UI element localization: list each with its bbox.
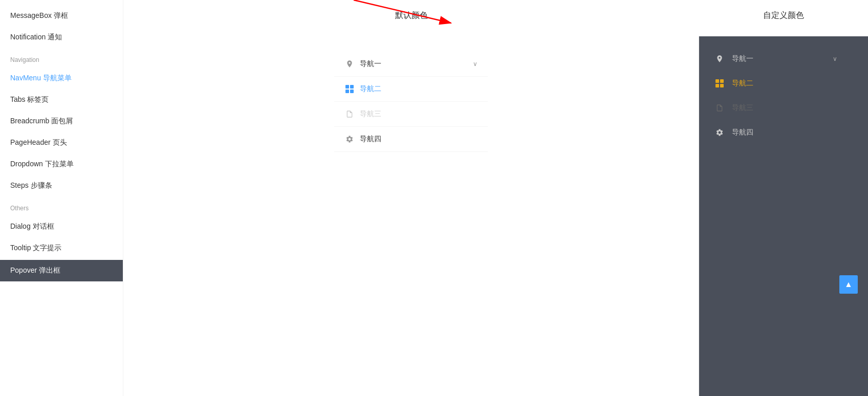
grid-icon-custom: [714, 78, 725, 89]
grid-icon: [344, 84, 355, 94]
demo-area: 导航一 ∨ 导航二: [123, 36, 868, 396]
nav-item-3-default: 导航三: [334, 102, 488, 127]
section-label: Others: [10, 205, 29, 212]
nav-menu-custom: 导航一 ∨ 导航二: [699, 47, 853, 145]
nav-label: 导航四: [732, 128, 837, 137]
nav-label: 导航一: [360, 59, 473, 69]
sidebar-item-label: Breadcrumb 面包屑: [10, 117, 73, 125]
chevron-down-icon: ∨: [833, 55, 837, 62]
sidebar-item-label: PageHeader 页头: [10, 138, 67, 146]
sidebar-item-label: Dialog 对话框: [10, 222, 54, 230]
file-icon: [344, 109, 355, 119]
nav-item-3-custom: 导航三: [699, 96, 853, 120]
nav-menu-default: 导航一 ∨ 导航二: [334, 52, 488, 152]
nav-item-1-custom[interactable]: 导航一 ∨: [699, 47, 853, 71]
nav-item-1-default[interactable]: 导航一 ∨: [334, 52, 488, 77]
sidebar-item-label: NavMenu 导航菜单: [10, 74, 72, 82]
chevron-down-icon: ∨: [473, 60, 478, 68]
nav-label: 导航二: [360, 84, 478, 94]
sidebar-item-label: Tabs 标签页: [10, 95, 49, 103]
nav-item-2-default[interactable]: 导航二: [334, 77, 488, 102]
sidebar-item-popover[interactable]: Popover 弹出框: [0, 260, 123, 281]
sidebar-item-navmenu[interactable]: NavMenu 导航菜单: [0, 68, 123, 89]
nav-label: 导航三: [732, 103, 837, 113]
custom-color-title: 自定义颜色: [699, 10, 868, 21]
file-icon-custom: [714, 103, 725, 113]
location-icon-custom: [714, 54, 725, 64]
panel-default: 导航一 ∨ 导航二: [123, 36, 699, 396]
location-icon: [344, 59, 355, 69]
nav-item-2-custom[interactable]: 导航二: [699, 71, 853, 96]
sidebar-item-tooltip[interactable]: Tooltip 文字提示: [0, 237, 123, 259]
settings-icon-custom: [714, 127, 725, 138]
panel-custom: 导航一 ∨ 导航二: [699, 36, 868, 396]
nav-label: 导航三: [360, 109, 478, 119]
section-label: Navigation: [10, 56, 39, 63]
nav-item-4-custom[interactable]: 导航四: [699, 120, 853, 145]
sidebar-item-dialog[interactable]: Dialog 对话框: [0, 216, 123, 237]
nav-item-4-default[interactable]: 导航四: [334, 127, 488, 152]
sidebar-item-label: Tooltip 文字提示: [10, 244, 61, 252]
sidebar-item-label: MessageBox 弹框: [10, 11, 68, 19]
sidebar-item-label: Notification 通知: [10, 33, 62, 41]
sidebar-item[interactable]: MessageBox 弹框: [0, 5, 123, 27]
sidebar-item-label: Steps 步骤条: [10, 181, 52, 189]
scroll-to-top-button[interactable]: ▲: [839, 275, 858, 294]
sidebar-item-label: Popover 弹出框: [10, 266, 60, 274]
sidebar-section-others: Others: [0, 196, 123, 216]
sidebar-item-steps[interactable]: Steps 步骤条: [0, 175, 123, 196]
sidebar-section-navigation: Navigation: [0, 48, 123, 68]
default-color-title: 默认颜色: [123, 10, 699, 21]
nav-label: 导航四: [360, 135, 478, 144]
settings-icon: [344, 134, 355, 144]
sidebar-item-breadcrumb[interactable]: Breadcrumb 面包屑: [0, 111, 123, 132]
sidebar-item-pageheader[interactable]: PageHeader 页头: [0, 132, 123, 153]
nav-label: 导航一: [732, 54, 833, 63]
sidebar-item-tabs[interactable]: Tabs 标签页: [0, 89, 123, 111]
nav-label: 导航二: [732, 79, 837, 88]
panel-header-row: 默认颜色 自定义颜色: [123, 0, 868, 36]
sidebar-item[interactable]: Notification 通知: [0, 27, 123, 48]
sidebar-item-dropdown[interactable]: Dropdown 下拉菜单: [0, 153, 123, 175]
main-content: 默认颜色 自定义颜色 导航: [123, 0, 868, 396]
chevron-up-icon: ▲: [844, 280, 853, 289]
sidebar: MessageBox 弹框 Notification 通知 Navigation…: [0, 0, 123, 396]
sidebar-item-label: Dropdown 下拉菜单: [10, 160, 74, 168]
